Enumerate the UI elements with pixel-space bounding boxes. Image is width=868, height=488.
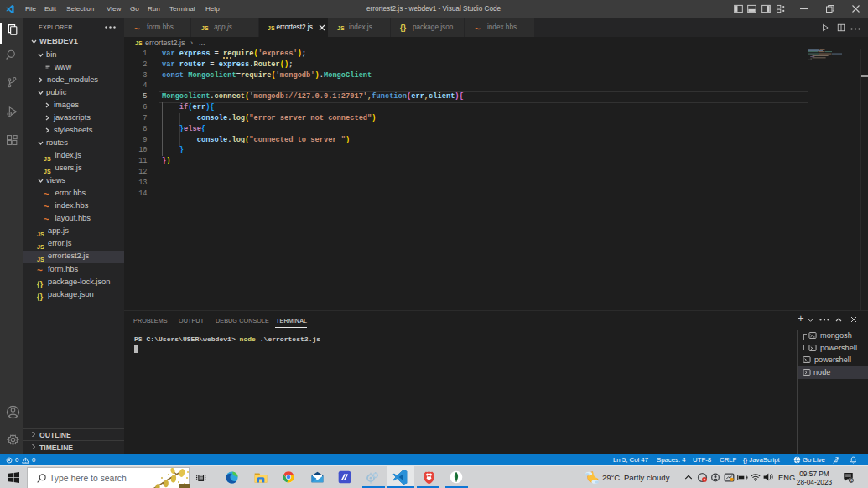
svg-text:1: 1 bbox=[850, 478, 852, 483]
